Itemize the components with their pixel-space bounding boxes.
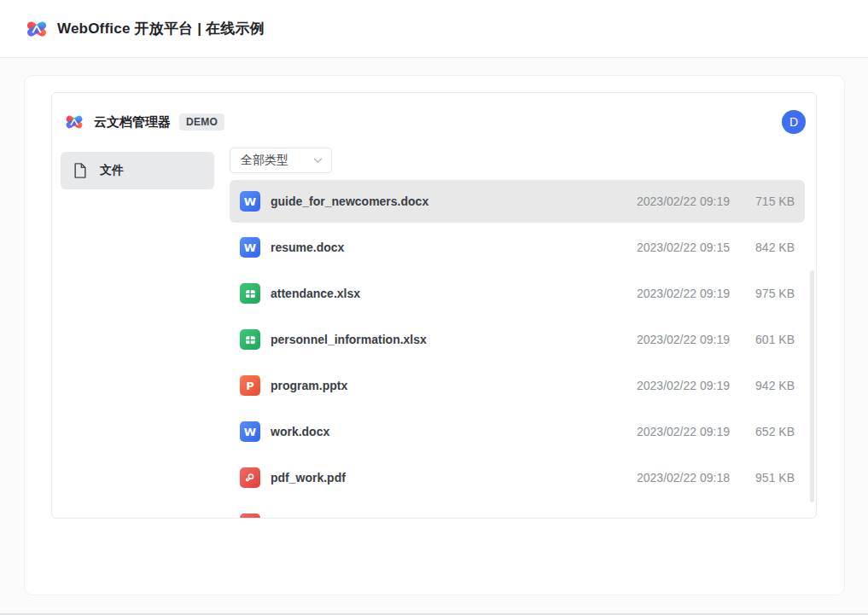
chevron-down-icon — [313, 158, 323, 164]
file-name: attendance.xlsx — [271, 287, 637, 300]
file-document-icon — [73, 162, 88, 179]
file-modified-date: 2023/02/22 09:19 — [637, 425, 730, 438]
sidebar-item-label: 文件 — [100, 163, 124, 178]
file-size: 975 KB — [742, 287, 795, 300]
file-row[interactable]: Pprogram.pptx2023/02/22 09:19942 KB — [230, 364, 805, 407]
file-type-filter[interactable]: 全部类型 — [230, 148, 332, 173]
file-name: program.pptx — [271, 379, 637, 392]
ppt-file-icon: P — [240, 375, 260, 396]
file-name: work.docx — [271, 425, 637, 438]
panel-header: 云文档管理器 DEMO D — [52, 93, 816, 146]
sidebar-item-files[interactable]: 文件 — [61, 152, 214, 189]
file-row[interactable] — [230, 502, 805, 519]
app-header: WebOffice 开放平台 | 在线示例 — [0, 0, 868, 58]
page-title: WebOffice 开放平台 | 在线示例 — [57, 19, 265, 38]
file-size: 601 KB — [742, 333, 795, 346]
file-name: pdf_work.pdf — [271, 471, 637, 484]
brand: 云文档管理器 DEMO — [65, 113, 224, 131]
file-name: personnel_information.xlsx — [271, 333, 637, 346]
file-row[interactable]: Wresume.docx2023/02/22 09:15842 KB — [230, 226, 805, 269]
word-file-icon: W — [240, 237, 260, 258]
demo-card: 云文档管理器 DEMO D 文件 — [24, 75, 845, 595]
file-row[interactable]: attendance.xlsx2023/02/22 09:19975 KB — [230, 272, 805, 315]
file-name: resume.docx — [271, 241, 637, 254]
weboffice-logo-icon — [26, 18, 48, 40]
file-modified-date: 2023/02/22 09:18 — [637, 471, 730, 484]
sidebar: 文件 — [52, 146, 223, 519]
word-file-icon: W — [240, 191, 260, 212]
user-avatar[interactable]: D — [782, 110, 806, 134]
doc-manager-panel: 云文档管理器 DEMO D 文件 — [51, 92, 817, 519]
file-type-filter-value: 全部类型 — [241, 153, 288, 168]
pdf-file-icon — [240, 467, 260, 488]
file-row[interactable]: Wwork.docx2023/02/22 09:19652 KB — [230, 410, 805, 453]
file-modified-date: 2023/02/22 09:19 — [637, 194, 730, 208]
demo-badge: DEMO — [179, 113, 224, 131]
word-file-icon: W — [240, 421, 260, 442]
file-row[interactable]: Wguide_for_newcomers.docx2023/02/22 09:1… — [230, 180, 805, 223]
scrollbar-thumb[interactable] — [810, 270, 814, 502]
panel-body: 文件 全部类型 Wguide_for_newcomers.docx2023/02… — [52, 146, 816, 519]
file-row[interactable]: personnel_information.xlsx2023/02/22 09:… — [230, 318, 805, 361]
file-modified-date: 2023/02/22 09:15 — [637, 241, 730, 254]
file-name: guide_for_newcomers.docx — [271, 194, 637, 208]
file-size: 951 KB — [742, 471, 795, 484]
file-size: 942 KB — [742, 379, 795, 392]
file-list-area: 全部类型 Wguide_for_newcomers.docx2023/02/22… — [223, 146, 816, 519]
file-size: 652 KB — [742, 425, 795, 438]
file-size: 715 KB — [742, 194, 795, 208]
brand-logo-icon — [65, 113, 84, 131]
file-size: 842 KB — [742, 241, 795, 254]
brand-name: 云文档管理器 — [94, 114, 171, 131]
file-row[interactable]: pdf_work.pdf2023/02/22 09:18951 KB — [230, 456, 805, 499]
file-modified-date: 2023/02/22 09:19 — [637, 287, 730, 300]
excel-file-icon — [240, 283, 260, 304]
excel-file-icon — [240, 329, 260, 350]
file-modified-date: 2023/02/22 09:19 — [637, 379, 730, 392]
page-body: 云文档管理器 DEMO D 文件 — [0, 59, 868, 615]
pdf-file-icon — [240, 513, 260, 519]
file-modified-date: 2023/02/22 09:19 — [637, 333, 730, 346]
file-list: Wguide_for_newcomers.docx2023/02/22 09:1… — [230, 180, 805, 519]
